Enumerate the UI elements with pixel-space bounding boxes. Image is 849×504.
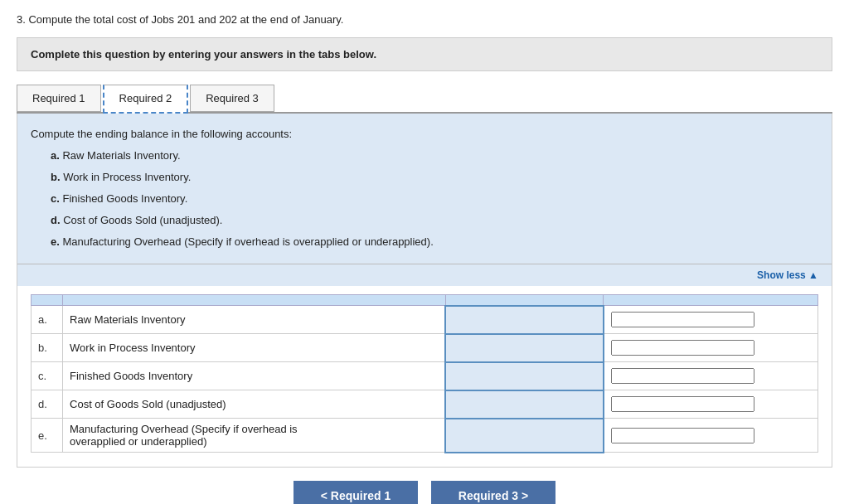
col-header-letter <box>32 294 63 306</box>
row-input1-d[interactable] <box>445 390 603 419</box>
tab-required-2[interactable]: Required 2 <box>103 85 189 114</box>
tabs-container: Required 1 Required 2 Required 3 <box>17 85 832 114</box>
row-input1-a[interactable] <box>445 306 603 334</box>
data-table: a. Raw Materials Inventory b. Work in Pr… <box>31 294 818 453</box>
input-a-2[interactable] <box>611 312 754 327</box>
col-header-input2 <box>604 294 818 306</box>
row-input2-e[interactable] <box>604 419 818 453</box>
table-row: d. Cost of Goods Sold (unadjusted) <box>32 390 818 419</box>
next-button[interactable]: Required 3 > <box>431 481 555 504</box>
row-input2-d[interactable] <box>604 390 818 419</box>
instruction-item-a: a. Raw Materials Inventory. <box>51 147 818 165</box>
question-header: 3. Compute the total cost of Jobs 201 an… <box>17 13 832 26</box>
instruction-item-d: d. Cost of Goods Sold (unadjusted). <box>51 211 818 230</box>
nav-buttons: < Required 1 Required 3 > <box>17 468 832 504</box>
table-row: a. Raw Materials Inventory <box>32 306 818 334</box>
row-label-d: Cost of Goods Sold (unadjusted) <box>63 390 446 419</box>
row-input2-c[interactable] <box>604 362 818 390</box>
row-label-e: Manufacturing Overhead (Specify if overh… <box>63 419 446 453</box>
show-less-button[interactable]: Show less <box>17 264 832 286</box>
input-d-2[interactable] <box>611 396 754 412</box>
row-label-a: Raw Materials Inventory <box>63 306 446 334</box>
row-input1-e[interactable] <box>445 419 603 453</box>
col-header-input1 <box>445 294 603 306</box>
table-row: c. Finished Goods Inventory <box>32 362 818 390</box>
instructions-panel: Compute the ending balance in the follow… <box>17 114 832 264</box>
row-input1-c[interactable] <box>445 362 603 390</box>
row-label-b: Work in Process Inventory <box>63 334 446 362</box>
input-e-2[interactable] <box>611 428 754 443</box>
instruction-item-b: b. Work in Process Inventory. <box>51 168 818 187</box>
table-row: e. Manufacturing Overhead (Specify if ov… <box>32 419 818 453</box>
table-header-row <box>32 294 818 306</box>
input-a-1[interactable] <box>453 311 595 329</box>
row-input2-b[interactable] <box>604 334 818 362</box>
row-letter-a: a. <box>32 306 63 334</box>
table-wrapper: a. Raw Materials Inventory b. Work in Pr… <box>17 286 832 467</box>
input-c-2[interactable] <box>611 368 754 384</box>
input-c-1[interactable] <box>453 367 595 385</box>
row-input2-a[interactable] <box>604 306 818 334</box>
instruction-item-e: e. Manufacturing Overhead (Specify if ov… <box>51 233 818 251</box>
row-letter-c: c. <box>32 362 63 390</box>
input-d-1[interactable] <box>453 395 595 414</box>
input-b-2[interactable] <box>611 340 754 356</box>
input-b-1[interactable] <box>453 339 595 357</box>
row-input1-b[interactable] <box>445 334 603 362</box>
content-area: Compute the ending balance in the follow… <box>17 114 832 468</box>
question-text: 3. Compute the total cost of Jobs 201 an… <box>17 13 343 26</box>
instruction-item-c: c. Finished Goods Inventory. <box>51 190 818 208</box>
row-letter-b: b. <box>32 334 63 362</box>
instructions-intro: Compute the ending balance in the follow… <box>31 125 818 143</box>
input-e-1[interactable] <box>453 426 595 444</box>
row-letter-e: e. <box>32 419 63 453</box>
table-row: b. Work in Process Inventory <box>32 334 818 362</box>
instruction-box: Complete this question by entering your … <box>17 37 832 71</box>
tab-required-3[interactable]: Required 3 <box>190 85 274 112</box>
instruction-box-text: Complete this question by entering your … <box>31 48 376 61</box>
row-letter-d: d. <box>32 390 63 419</box>
col-header-label <box>63 294 446 306</box>
tab-required-1[interactable]: Required 1 <box>17 85 101 112</box>
prev-button[interactable]: < Required 1 <box>294 481 418 504</box>
row-label-c: Finished Goods Inventory <box>63 362 446 390</box>
